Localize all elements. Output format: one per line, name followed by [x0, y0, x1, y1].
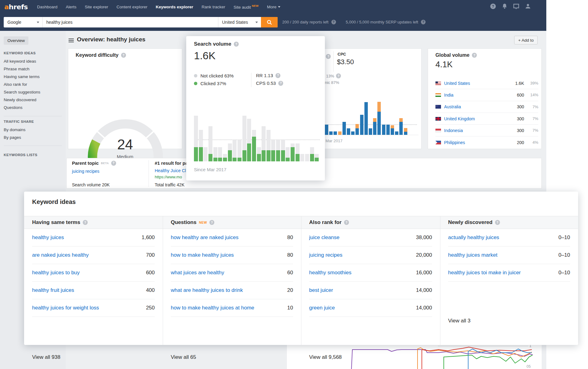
- global-volume-value: 4.1K: [435, 60, 453, 69]
- sidebar-item-all-keyword-ideas[interactable]: All keyword ideas: [4, 59, 36, 64]
- keyword-row: what are healthy juices to drink20: [171, 282, 293, 299]
- country-row: Australia3007%: [435, 101, 538, 113]
- top-result-url[interactable]: https://www.mo: [155, 175, 182, 179]
- keyword-link[interactable]: what juices are healthy: [171, 270, 224, 276]
- add-to-button[interactable]: + Add to: [514, 36, 538, 44]
- sidebar-item-by-pages[interactable]: By pages: [4, 135, 21, 140]
- sidebar-item-questions[interactable]: Questions: [4, 105, 23, 110]
- top-result-link[interactable]: Healthy Juice Cl: [155, 168, 186, 173]
- keyword-link[interactable]: healthy juices to buy: [32, 270, 80, 276]
- keyword-link[interactable]: healthy juices for weight loss: [32, 305, 99, 311]
- view-all-link[interactable]: View all 65: [171, 354, 196, 360]
- keyword-link[interactable]: green juice: [309, 305, 335, 311]
- sidebar-item-by-domains[interactable]: By domains: [4, 127, 26, 132]
- keyword-link[interactable]: how to make healthy juices: [171, 252, 234, 258]
- help-icon[interactable]: ?: [336, 73, 341, 78]
- keyword-link[interactable]: healthy smoothies: [309, 270, 351, 276]
- sidebar-item-having-same-terms[interactable]: Having same terms: [4, 74, 40, 79]
- column-newly-discovered: Newly discovered? actually healthy juice…: [440, 216, 578, 345]
- country-link[interactable]: Australia: [444, 104, 461, 109]
- keyword-link[interactable]: best juicer: [309, 287, 333, 293]
- country-share: 7%: [524, 105, 538, 109]
- parent-topic-title: Parent topicBETA?: [72, 160, 116, 166]
- help-icon[interactable]: ?: [326, 54, 331, 59]
- keyword-volume: 14,000: [416, 287, 432, 293]
- view-all-link[interactable]: View all 3: [448, 318, 470, 324]
- nav-icons: ?: [490, 3, 531, 9]
- help-icon[interactable]: ?: [234, 42, 239, 47]
- view-all-link[interactable]: View all 9,568: [309, 354, 342, 360]
- keyword-link[interactable]: are naked juices healthy: [32, 252, 89, 258]
- country-link[interactable]: United States: [444, 81, 470, 86]
- country-select[interactable]: United States: [218, 17, 261, 27]
- country-link[interactable]: India: [444, 93, 453, 97]
- nav-rank-tracker[interactable]: Rank tracker: [202, 5, 225, 9]
- help-icon[interactable]: ?: [83, 220, 88, 225]
- feedback-icon[interactable]: [513, 4, 519, 9]
- sidebar-item-overview[interactable]: Overview: [4, 36, 28, 45]
- volume-bar: [257, 147, 261, 161]
- help-icon[interactable]: ?: [331, 20, 336, 24]
- nav-site-audit[interactable]: Site auditNEW: [233, 4, 258, 10]
- country-link[interactable]: Philippines: [444, 140, 465, 145]
- keyword-link[interactable]: juice cleanse: [309, 234, 339, 241]
- main-nav: ahrefs Dashboard Alerts Site explorer Co…: [0, 0, 546, 14]
- volume-bar: [267, 130, 271, 161]
- sidebar-item-newly-discovered[interactable]: Newly discovered: [4, 97, 36, 102]
- keyword-link[interactable]: healthy juices toi make in juicer: [448, 270, 521, 276]
- sidebar-item-also-rank-for[interactable]: Also rank for: [4, 82, 27, 87]
- account-icon[interactable]: [525, 3, 531, 9]
- help-icon[interactable]: ?: [275, 73, 280, 78]
- help-icon[interactable]: ?: [472, 53, 477, 58]
- nav-content-explorer[interactable]: Content explorer: [116, 5, 147, 9]
- help-icon[interactable]: ?: [209, 220, 214, 225]
- help-icon[interactable]: ?: [495, 220, 500, 225]
- sidebar-header-keywords-lists: KEYWORDS LISTS: [4, 153, 37, 157]
- help-icon[interactable]: ?: [278, 81, 283, 86]
- parent-topic-link[interactable]: juicing recipes: [72, 169, 99, 174]
- sidebar-item-phrase-match[interactable]: Phrase match: [4, 67, 29, 71]
- keyword-link[interactable]: actually healthy juices: [448, 234, 499, 241]
- help-icon[interactable]: ?: [490, 3, 496, 9]
- search-engine-select[interactable]: Google: [4, 17, 43, 27]
- gray-dot-icon: [194, 74, 197, 77]
- organic-percent: nic 87%: [325, 80, 339, 85]
- clicks-bar: [351, 131, 355, 135]
- keyword-link[interactable]: juicing recipes: [309, 252, 342, 258]
- country-volume: 600: [506, 93, 524, 97]
- volume-bar: [208, 126, 212, 161]
- country-link[interactable]: Indonesia: [444, 128, 463, 133]
- nav-keywords-explorer[interactable]: Keywords explorer: [156, 5, 193, 9]
- keyword-link[interactable]: healthy fruit juices: [32, 287, 74, 293]
- keyword-link[interactable]: healthy juices market: [448, 252, 498, 258]
- volume-bar: [204, 147, 208, 161]
- help-icon[interactable]: ?: [121, 53, 126, 58]
- parent-topic-volume: Search volume 20K: [72, 182, 110, 187]
- help-icon[interactable]: ?: [344, 220, 349, 225]
- notifications-bell-icon[interactable]: [502, 3, 507, 9]
- keyword-volume: 80: [287, 252, 293, 258]
- cpc-label: CPC: [338, 52, 346, 56]
- volume-bar: [199, 130, 203, 161]
- search-button[interactable]: [261, 17, 278, 27]
- nav-dashboard[interactable]: Dashboard: [37, 5, 57, 9]
- nav-alerts[interactable]: Alerts: [66, 5, 77, 9]
- menu-burger-icon[interactable]: [69, 39, 74, 43]
- sidebar-item-search-suggestions[interactable]: Search suggestions: [4, 90, 40, 94]
- keyword-row: juicing recipes20,000: [309, 247, 432, 264]
- nav-site-explorer[interactable]: Site explorer: [85, 5, 108, 9]
- keyword-link[interactable]: what are healthy juices to drink: [171, 287, 243, 293]
- keyword-link[interactable]: how to make healthy juices at home: [171, 305, 254, 311]
- keyword-volume: 600: [146, 270, 155, 276]
- volume-bar: [252, 130, 256, 161]
- green-dot-icon: [194, 82, 197, 85]
- ahrefs-logo[interactable]: ahrefs: [4, 3, 28, 11]
- keyword-link[interactable]: how healthy are naked juices: [171, 234, 238, 241]
- help-icon[interactable]: ?: [421, 20, 426, 24]
- help-icon[interactable]: ?: [111, 161, 116, 166]
- view-all-link[interactable]: View all 938: [32, 354, 60, 360]
- country-link[interactable]: United Kingdom: [444, 116, 475, 121]
- keyword-link[interactable]: healthy juices: [32, 234, 64, 241]
- keyword-search-input[interactable]: [43, 17, 218, 27]
- nav-more[interactable]: More: [267, 5, 280, 9]
